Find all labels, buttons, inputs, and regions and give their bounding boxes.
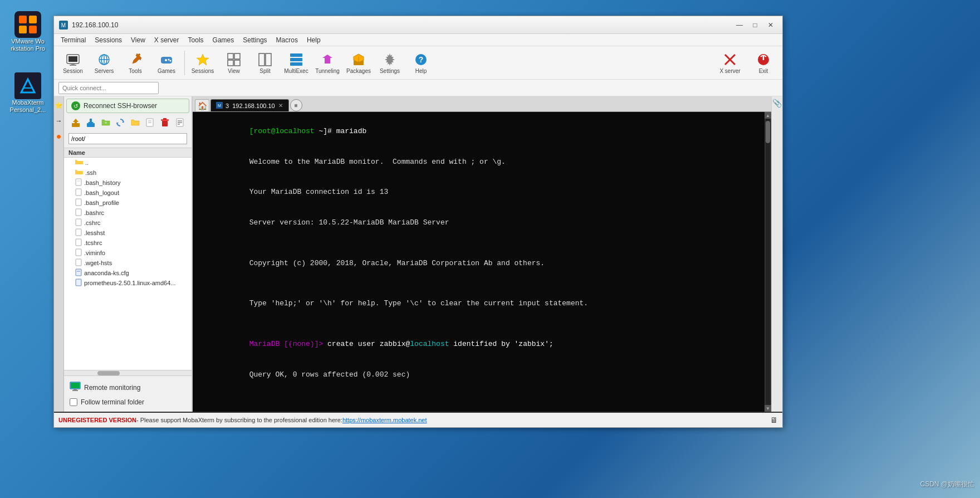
upload-icon[interactable] — [70, 116, 82, 129]
toolbar-multiexec-button[interactable]: MultiExec — [282, 49, 311, 77]
mobaxterm-desktop-icon[interactable]: MobaXterm Personal_2... — [6, 72, 50, 114]
toolbar-packages-button[interactable]: Packages — [344, 49, 373, 77]
close-button[interactable]: ✕ — [763, 19, 778, 31]
scrollbar-thumb[interactable] — [766, 121, 770, 143]
svg-rect-3 — [29, 26, 37, 33]
svg-point-20 — [168, 58, 170, 60]
file-item-bash-history[interactable]: .bash_history — [64, 178, 192, 188]
file-item-anaconda[interactable]: anaconda-ks.cfg — [64, 268, 192, 278]
star-nav-icon[interactable]: ⭐ — [55, 101, 63, 110]
toolbar-games-button[interactable]: Games — [152, 49, 181, 77]
tunneling-icon — [320, 52, 335, 67]
sessions-label: Sessions — [192, 68, 214, 74]
svg-rect-30 — [290, 58, 302, 61]
file-item-cshrc[interactable]: .cshrc — [64, 218, 192, 228]
file-item-viminfo[interactable]: .viminfo — [64, 248, 192, 258]
file-name-wget-hsts: .wget-hsts — [84, 260, 112, 266]
toolbar-view-button[interactable]: View — [219, 49, 248, 77]
games-icon — [159, 52, 174, 67]
menu-help[interactable]: Help — [302, 35, 325, 45]
terminal-tab[interactable]: M 3 192.168.100.10 ✕ — [210, 99, 289, 111]
follow-terminal-label: Follow terminal folder — [81, 398, 144, 406]
file-icon-3 — [75, 198, 82, 208]
reconnect-button[interactable]: ↺ Reconnect SSH-browser — [66, 99, 189, 113]
path-input[interactable] — [68, 133, 187, 144]
circle-nav-icon[interactable]: ● — [55, 132, 63, 141]
delete-icon[interactable] — [159, 116, 171, 129]
download-icon[interactable] — [85, 116, 97, 129]
toolbar-settings-button[interactable]: Settings — [375, 49, 404, 77]
menu-games[interactable]: Games — [208, 35, 239, 45]
packages-icon — [351, 52, 366, 67]
menu-sessions[interactable]: Sessions — [90, 35, 126, 45]
menu-xserver[interactable]: X server — [150, 35, 184, 45]
file-name-cshrc: .cshrc — [84, 219, 100, 226]
file-icon-6 — [75, 228, 82, 238]
terminal[interactable]: [root@localhost ~]# mariadb Welcome to t… — [193, 112, 765, 412]
file-item-prometheus[interactable]: prometheus-2.50.1.linux-amd64... — [64, 278, 192, 288]
tab-close-button[interactable]: ✕ — [277, 102, 284, 109]
maximize-button[interactable]: □ — [748, 19, 762, 31]
file-item-wget-hsts[interactable]: .wget-hsts — [64, 258, 192, 268]
session-label: Session — [63, 68, 83, 74]
file-item-lesshst[interactable]: .lesshst — [64, 228, 192, 238]
arrow-nav-icon[interactable]: → — [55, 116, 63, 125]
file-name-prometheus: prometheus-2.50.1.linux-amd64... — [84, 280, 175, 286]
svg-text:M: M — [61, 22, 66, 28]
vmware-desktop-icon[interactable]: VMware Wo rkstation Pro — [6, 11, 50, 52]
follow-terminal-checkbox[interactable] — [70, 398, 77, 406]
quick-connect-input[interactable] — [58, 82, 159, 94]
svg-marker-43 — [73, 119, 79, 123]
file-item-bash-logout[interactable]: .bash_logout — [64, 188, 192, 198]
new-folder-icon[interactable]: + — [100, 116, 112, 129]
svg-rect-25 — [228, 60, 233, 66]
settings-icon — [382, 52, 398, 67]
file-icon-4 — [75, 208, 82, 218]
menu-view[interactable]: View — [126, 35, 150, 45]
file-name-ssh: .ssh — [85, 169, 96, 176]
home-tab[interactable]: 🏠 — [195, 99, 209, 111]
terminal-line-create-user: MariaDB [(none)]> create user zabbix@loc… — [197, 329, 760, 360]
file-item-tcshrc[interactable]: .tcshrc — [64, 238, 192, 248]
file-item-dotdot[interactable]: .. — [64, 158, 192, 168]
scrollbar-down-arrow[interactable]: ▼ — [765, 405, 771, 412]
file-item-bash-profile[interactable]: .bash_profile — [64, 198, 192, 208]
menu-tools[interactable]: Tools — [184, 35, 208, 45]
remote-monitoring-button[interactable]: Remote monitoring — [67, 379, 188, 396]
toolbar-help-button[interactable]: ? Help — [406, 49, 435, 77]
scrollbar-up-arrow[interactable]: ▲ — [765, 112, 771, 119]
toolbar-xserver-button[interactable]: X server — [713, 49, 747, 77]
window-controls: — □ ✕ — [732, 19, 778, 31]
follow-terminal-container[interactable]: Follow terminal folder — [67, 396, 188, 408]
minimize-button[interactable]: — — [732, 19, 747, 31]
terminal-line-2: Welcome to the MariaDB monitor. Commands… — [197, 147, 760, 178]
paperclip-icon[interactable]: 📎 — [772, 99, 782, 108]
toolbar-tools-button[interactable]: Tools — [121, 49, 150, 77]
toolbar-separator-1 — [184, 51, 185, 75]
toolbar-split-button[interactable]: Split — [251, 49, 280, 77]
toolbar-sessions-button[interactable]: Sessions — [188, 49, 217, 77]
file-name-bashrc: .bashrc — [84, 209, 104, 216]
refresh-icon[interactable] — [114, 116, 126, 129]
exit-icon — [756, 52, 771, 67]
menu-terminal[interactable]: Terminal — [56, 35, 90, 45]
open-explorer-icon[interactable] — [129, 116, 141, 129]
toolbar-tunneling-button[interactable]: Tunneling — [313, 49, 342, 77]
status-link[interactable]: https://mobaxterm.mobatek.net — [342, 417, 427, 423]
toolbar-session-button[interactable]: Session — [58, 49, 87, 77]
svg-rect-52 — [162, 120, 168, 126]
file-item-bashrc[interactable]: .bashrc — [64, 208, 192, 218]
packages-label: Packages — [346, 68, 371, 74]
properties-icon[interactable] — [174, 116, 186, 129]
svg-text:?: ? — [419, 55, 424, 64]
menu-macros[interactable]: Macros — [272, 35, 302, 45]
status-message: - Please support MobaXterm by subscribin… — [136, 417, 342, 423]
svg-rect-24 — [234, 53, 240, 59]
toolbar-exit-button[interactable]: Exit — [749, 49, 778, 77]
file-item-ssh[interactable]: .ssh — [64, 168, 192, 178]
tab-new-circle[interactable]: ≡ — [290, 99, 302, 111]
exit-label: Exit — [759, 68, 768, 74]
new-file-icon[interactable] — [144, 116, 156, 129]
toolbar-servers-button[interactable]: Servers — [90, 49, 119, 77]
menu-settings[interactable]: Settings — [238, 35, 271, 45]
